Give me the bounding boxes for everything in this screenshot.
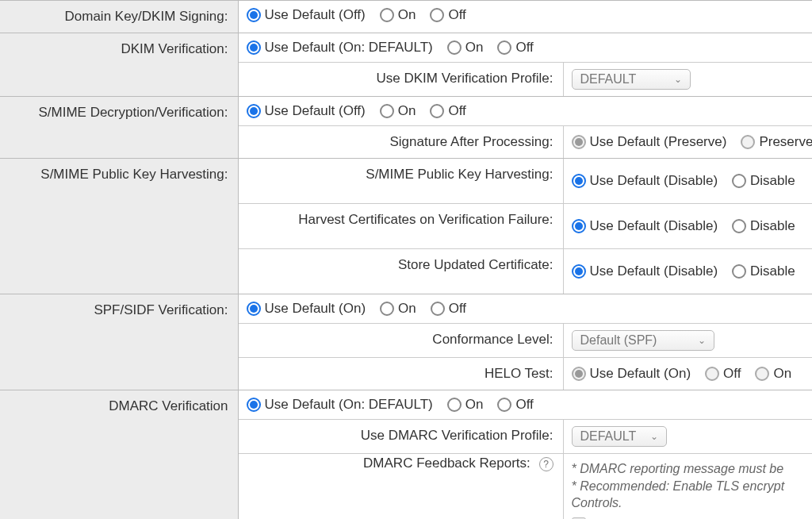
dmarc-on-radio[interactable] [447,398,462,412]
dmarc-default-radio[interactable] [247,398,261,412]
helo-off-radio [705,367,719,381]
smime-decrypt-radios[interactable]: Use Default (Off) On Off [247,103,813,119]
harvest-fail-disable-label: Disable [750,218,795,234]
dkim-signing-default-label: Use Default (Off) [265,7,366,23]
smime-harvest-default-radio[interactable] [572,174,586,188]
smime-harvest-radios[interactable]: Use Default (Disable) Disable [572,173,795,189]
dmarc-profile-value: DEFAULT [580,429,637,444]
smime-harvest-disable-radio[interactable] [732,174,746,188]
smime-decrypt-on-radio[interactable] [380,104,394,118]
help-icon[interactable]: ? [539,457,553,471]
dkim-verify-default-radio[interactable] [247,40,261,55]
dkim-verify-off-label: Off [515,40,533,56]
dmarc-note-2: * Recommended: Enable TLS encrypt [572,478,792,495]
smime-harvest-inner-label: S/MIME Public Key Harvesting: [239,159,564,203]
dkim-signing-default-radio[interactable] [247,8,261,22]
dmarc-profile-label: Use DMARC Verification Profile: [239,420,564,453]
spf-on-radio[interactable] [380,302,394,316]
helo-test-label: HELO Test: [239,358,564,390]
smime-harvest-label: S/MIME Public Key Harvesting: [0,159,238,294]
smime-decrypt-off-label: Off [448,103,465,119]
dkim-verify-radios[interactable]: Use Default (On: DEFAULT) On Off [247,40,813,56]
chevron-down-icon: ⌄ [698,335,706,346]
dkim-signing-radios[interactable]: Use Default (Off) On Off [247,7,813,23]
spf-default-radio[interactable] [247,302,261,316]
smime-harvest-default-label: Use Default (Disable) [590,173,718,189]
dmarc-verification-label: DMARC Verification [0,390,238,520]
harvest-fail-label: Harvest Certificates on Verification Fai… [239,204,564,248]
dkim-verification-label: DKIM Verification: [0,33,238,97]
spf-off-label: Off [449,301,466,317]
dkim-signing-on-label: On [398,7,416,23]
dkim-profile-value: DEFAULT [580,72,637,86]
sig-after-default-label: Use Default (Preserve) [590,134,727,150]
store-cert-radios[interactable]: Use Default (Disable) Disable [572,263,795,279]
store-cert-default-label: Use Default (Disable) [590,263,718,279]
dkim-verify-on-radio[interactable] [447,40,462,55]
harvest-fail-default-label: Use Default (Disable) [590,218,718,234]
harvest-fail-default-radio[interactable] [572,219,586,233]
dmarc-default-label: Use Default (On: DEFAULT) [265,397,433,413]
conformance-select[interactable]: Default (SPF) ⌄ [572,330,714,351]
chevron-down-icon: ⌄ [674,74,682,85]
harvest-fail-radios[interactable]: Use Default (Disable) Disable [572,218,795,234]
dkim-signing-off-label: Off [448,7,465,23]
sig-after-default-radio [572,135,586,149]
dkim-profile-select[interactable]: DEFAULT ⌄ [572,69,691,90]
helo-default-label: Use Default (On) [590,366,691,382]
sig-after-radios: Use Default (Preserve) Preserve [572,134,813,150]
dkim-signing-label: Domain Key/DKIM Signing: [0,1,238,33]
harvest-fail-disable-radio[interactable] [732,219,746,233]
store-cert-disable-radio[interactable] [732,264,746,279]
dmarc-off-label: Off [515,397,533,413]
helo-on-label: On [773,366,791,382]
sig-after-preserve-radio [741,135,755,149]
dkim-profile-label: Use DKIM Verification Profile: [239,63,564,96]
spf-sidf-label: SPF/SIDF Verification: [0,294,238,390]
dkim-verify-on-label: On [465,40,484,56]
conformance-value: Default (SPF) [580,333,657,348]
store-cert-label: Store Updated Certificate: [239,249,564,294]
dmarc-off-radio[interactable] [497,398,511,412]
smime-harvest-disable-label: Disable [750,173,795,189]
sig-after-preserve-label: Preserve [759,134,812,150]
chevron-down-icon: ⌄ [650,431,658,442]
smime-decrypt-on-label: On [398,103,416,119]
conformance-label: Conformance Level: [239,324,564,357]
dmarc-note-1: * DMARC reporting message must be [572,460,792,478]
dkim-verify-off-radio[interactable] [497,40,511,55]
dkim-verify-default-label: Use Default (On: DEFAULT) [265,40,433,56]
dmarc-verify-radios[interactable]: Use Default (On: DEFAULT) On Off [247,397,813,413]
helo-test-radios: Use Default (On) Off On [572,366,792,382]
dmarc-feedback-label: DMARC Feedback Reports: ? [239,454,564,519]
dmarc-note-3: Controls. [572,494,792,512]
spf-default-label: Use Default (On) [265,301,366,317]
dmarc-profile-select[interactable]: DEFAULT ⌄ [572,426,667,447]
smime-decrypt-off-radio[interactable] [430,104,444,118]
store-cert-default-radio[interactable] [572,264,586,279]
spf-sidf-radios[interactable]: Use Default (On) On Off [247,301,813,317]
smime-decrypt-default-label: Use Default (Off) [265,103,366,119]
store-cert-disable-label: Disable [750,263,795,279]
spf-on-label: On [398,301,416,317]
smime-decrypt-label: S/MIME Decryption/Verification: [0,97,238,159]
sig-after-label: Signature After Processing: [239,126,564,158]
helo-default-radio [572,367,586,381]
helo-off-label: Off [723,366,741,382]
dkim-signing-off-radio[interactable] [430,8,444,22]
helo-on-radio [755,367,769,381]
smime-decrypt-default-radio[interactable] [247,104,261,118]
dkim-signing-on-radio[interactable] [380,8,394,22]
dmarc-on-label: On [465,397,484,413]
spf-off-radio[interactable] [431,302,445,316]
